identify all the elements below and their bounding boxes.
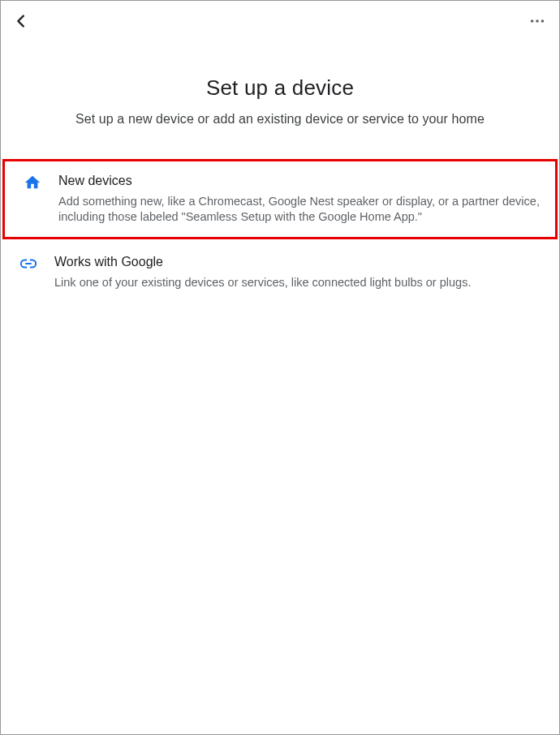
svg-point-2 — [541, 19, 545, 23]
option-title: Works with Google — [54, 254, 545, 271]
link-icon — [12, 255, 45, 273]
svg-point-1 — [536, 19, 539, 23]
page-subtitle: Set up a new device or add an existing d… — [17, 112, 543, 127]
back-button[interactable] — [12, 12, 30, 30]
more-button[interactable] — [528, 12, 546, 30]
option-title: New devices — [58, 173, 541, 190]
top-bar — [1, 1, 559, 40]
option-description: Link one of your existing devices or ser… — [54, 275, 545, 291]
option-works-with-google[interactable]: Works with Google Link one of your exist… — [1, 243, 559, 302]
svg-point-0 — [531, 19, 534, 23]
options-list: New devices Add something new, like a Ch… — [1, 159, 559, 302]
option-description: Add something new, like a Chromecast, Go… — [58, 194, 541, 226]
option-text: New devices Add something new, like a Ch… — [49, 173, 541, 226]
page-header: Set up a device Set up a new device or a… — [1, 75, 559, 127]
home-icon — [16, 174, 49, 191]
option-new-devices[interactable]: New devices Add something new, like a Ch… — [2, 159, 558, 239]
option-text: Works with Google Link one of your exist… — [45, 254, 545, 290]
page-title: Set up a device — [17, 75, 543, 101]
